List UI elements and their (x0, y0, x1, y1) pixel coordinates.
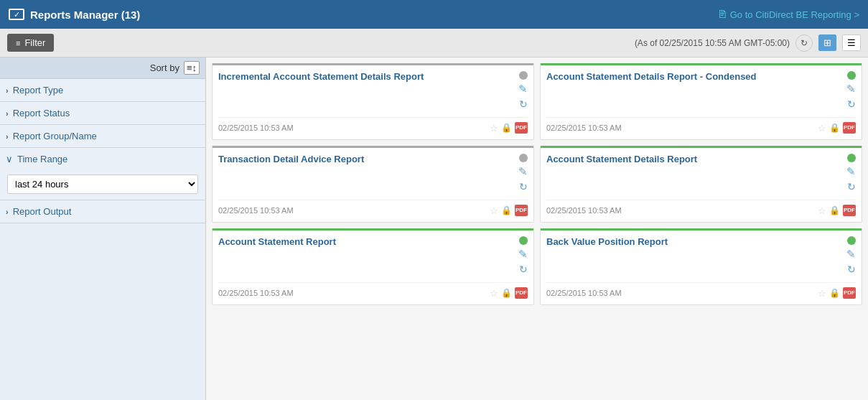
app-icon (9, 9, 24, 20)
star-icon[interactable]: ☆ (818, 205, 826, 216)
card-icons-col: ✎ ↻ (846, 154, 856, 192)
edit-icon[interactable]: ✎ (846, 165, 856, 178)
card-refresh-icon[interactable]: ↻ (519, 181, 528, 192)
card-timestamp: 02/25/2015 10:53 AM (546, 124, 622, 132)
status-dot (519, 236, 528, 245)
card-refresh-icon[interactable]: ↻ (847, 264, 856, 275)
cards-grid: Incremental Account Statement Details Re… (212, 63, 862, 305)
toolbar-right: (As of 02/25/2015 10:55 AM GMT-05:00) ↻ … (635, 34, 861, 52)
pdf-icon[interactable]: PDF (843, 287, 856, 299)
card-header: Back Value Position Report ✎ ↻ (546, 236, 856, 275)
card-footer: 02/25/2015 10:53 AM ☆ 🔒 PDF (218, 200, 528, 216)
edit-icon[interactable]: ✎ (846, 83, 856, 96)
report-card: Incremental Account Statement Details Re… (212, 63, 534, 140)
arrow-icon: › (6, 86, 9, 95)
lock-icon: 🔒 (829, 288, 840, 298)
card-header: Account Statement Report ✎ ↻ (218, 236, 528, 275)
pdf-icon[interactable]: PDF (843, 122, 856, 134)
report-card: Account Statement Details Report ✎ ↻ 02/… (540, 146, 862, 223)
status-dot (519, 71, 528, 80)
card-footer-icons: ☆ 🔒 PDF (490, 122, 528, 134)
card-refresh-icon[interactable]: ↻ (847, 98, 856, 110)
pdf-icon[interactable]: PDF (515, 122, 528, 134)
card-icons-col: ✎ ↻ (518, 236, 528, 275)
card-timestamp: 02/25/2015 10:53 AM (218, 124, 294, 132)
card-footer-icons: ☆ 🔒 PDF (490, 205, 528, 216)
citidirect-link[interactable]: 🖹 Go to CitiDirect BE Reporting > (717, 9, 859, 20)
card-title[interactable]: Back Value Position Report (546, 236, 841, 248)
star-icon[interactable]: ☆ (818, 123, 826, 134)
list-view-button[interactable]: ☰ (842, 34, 861, 51)
card-title[interactable]: Incremental Account Statement Details Re… (218, 71, 513, 83)
sidebar: Sort by ≡↕ › Report Type › Report Status… (0, 57, 206, 400)
arrow-icon: › (6, 208, 9, 216)
card-header: Transaction Detail Advice Report ✎ ↻ (218, 154, 528, 192)
card-title[interactable]: Account Statement Details Report - Conde… (546, 71, 841, 83)
sidebar-item-report-status[interactable]: › Report Status (0, 102, 205, 125)
grid-view-button[interactable]: ⊞ (818, 34, 836, 51)
status-dot (519, 154, 528, 162)
edit-icon[interactable]: ✎ (518, 165, 528, 178)
pdf-icon[interactable]: PDF (515, 205, 528, 216)
card-timestamp: 02/25/2015 10:53 AM (546, 289, 622, 297)
status-dot (847, 71, 856, 80)
header-right: 🖹 Go to CitiDirect BE Reporting > (717, 9, 859, 20)
list-view-icon: ☰ (847, 37, 856, 48)
card-header: Incremental Account Statement Details Re… (218, 71, 528, 110)
lock-icon: 🔒 (829, 205, 840, 215)
sidebar-item-label: Report Group/Name (13, 131, 97, 141)
filter-button[interactable]: ≡ Filter (7, 34, 54, 52)
card-footer: 02/25/2015 10:53 AM ☆ 🔒 PDF (218, 282, 528, 299)
time-range-content: last 24 hours last 7 days last 30 days c… (0, 170, 205, 200)
card-refresh-icon[interactable]: ↻ (519, 264, 528, 275)
time-range-header[interactable]: ∨ Time Range (0, 148, 205, 170)
app-title: Reports Manager (13) (30, 9, 140, 21)
card-title[interactable]: Account Statement Details Report (546, 154, 841, 166)
star-icon[interactable]: ☆ (490, 205, 498, 216)
card-refresh-icon[interactable]: ↻ (847, 181, 856, 192)
status-dot (847, 236, 856, 245)
sidebar-item-report-output[interactable]: › Report Output (0, 200, 205, 223)
card-footer-icons: ☆ 🔒 PDF (818, 205, 856, 216)
refresh-icon: ↻ (801, 38, 808, 48)
sort-label: Sort by (150, 62, 179, 73)
lock-icon: 🔒 (501, 123, 512, 133)
edit-icon[interactable]: ✎ (518, 83, 528, 96)
header-left: Reports Manager (13) (9, 9, 140, 21)
star-icon[interactable]: ☆ (490, 123, 498, 134)
lock-icon: 🔒 (501, 205, 512, 215)
sidebar-item-report-type[interactable]: › Report Type (0, 79, 205, 102)
pdf-icon[interactable]: PDF (843, 205, 856, 216)
star-icon[interactable]: ☆ (818, 288, 826, 299)
refresh-button[interactable]: ↻ (795, 34, 813, 52)
card-icons-col: ✎ ↻ (846, 236, 856, 275)
sidebar-item-label: Report Status (13, 108, 70, 118)
report-card: Back Value Position Report ✎ ↻ 02/25/201… (540, 228, 862, 305)
card-title[interactable]: Transaction Detail Advice Report (218, 154, 513, 166)
edit-icon[interactable]: ✎ (846, 248, 856, 261)
report-card: Account Statement Report ✎ ↻ 02/25/2015 … (212, 228, 534, 305)
edit-icon[interactable]: ✎ (518, 248, 528, 261)
card-header: Account Statement Details Report - Conde… (546, 71, 856, 110)
sort-bar: Sort by ≡↕ (0, 57, 205, 79)
card-footer: 02/25/2015 10:53 AM ☆ 🔒 PDF (218, 117, 528, 134)
app-header: Reports Manager (13) 🖹 Go to CitiDirect … (0, 0, 868, 29)
card-title[interactable]: Account Statement Report (218, 236, 513, 248)
sort-icon[interactable]: ≡↕ (184, 61, 200, 75)
pdf-icon[interactable]: PDF (515, 287, 528, 299)
cards-area: Incremental Account Statement Details Re… (206, 57, 868, 400)
arrow-icon: ∨ (6, 154, 13, 164)
card-footer-icons: ☆ 🔒 PDF (818, 122, 856, 134)
grid-view-icon: ⊞ (823, 37, 831, 48)
sidebar-item-label: Report Type (13, 85, 64, 96)
sidebar-item-label: Report Output (13, 206, 72, 217)
star-icon[interactable]: ☆ (490, 288, 498, 299)
report-card: Transaction Detail Advice Report ✎ ↻ 02/… (212, 146, 534, 223)
toolbar: ≡ Filter (As of 02/25/2015 10:55 AM GMT-… (0, 29, 868, 57)
sidebar-item-report-group[interactable]: › Report Group/Name (0, 125, 205, 148)
card-footer-icons: ☆ 🔒 PDF (490, 287, 528, 299)
card-icons-col: ✎ ↻ (518, 154, 528, 192)
time-range-select[interactable]: last 24 hours last 7 days last 30 days c… (7, 175, 198, 194)
lock-icon: 🔒 (501, 288, 512, 298)
card-refresh-icon[interactable]: ↻ (519, 98, 528, 110)
